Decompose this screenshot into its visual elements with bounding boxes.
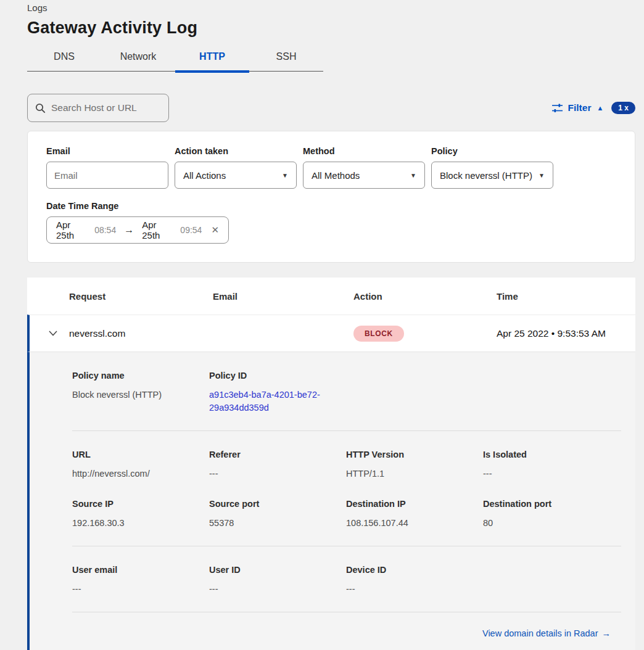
filter-panel: Email Action taken All Actions ▼ Method … (27, 131, 635, 263)
action-taken-select[interactable]: All Actions ▼ (175, 162, 297, 189)
filter-field-action-taken: Action taken All Actions ▼ (175, 146, 297, 189)
arrow-right-icon: → (123, 224, 135, 236)
chevron-down-icon: ▼ (410, 172, 416, 179)
search-box[interactable] (27, 94, 169, 122)
chevron-down-icon[interactable] (30, 331, 69, 336)
policy-section: Policy name Block neverssl (HTTP) Policy… (72, 352, 621, 430)
page-title: Gateway Activity Log (27, 19, 635, 38)
filter-field-method: Method All Methods ▼ (303, 146, 425, 189)
row-details-panel: Policy name Block neverssl (HTTP) Policy… (27, 352, 635, 650)
email-input[interactable] (46, 162, 168, 189)
detail-user-id: User ID --- (209, 565, 346, 596)
detail-is-isolated: Is Isolated --- (483, 450, 620, 480)
request-cell: neverssl.com (69, 328, 213, 339)
clear-date-icon[interactable]: ✕ (211, 224, 219, 236)
arrow-right-icon: → (602, 628, 611, 638)
tab-ssh[interactable]: SSH (249, 45, 323, 71)
email-label: Email (46, 146, 168, 156)
detail-policy-name: Policy name Block neverssl (HTTP) (72, 371, 209, 414)
detail-device-id: Device ID --- (346, 565, 483, 596)
filter-field-policy: Policy Block neverssl (HTTP) ▼ (431, 146, 553, 189)
table-row[interactable]: neverssl.com BLOCK Apr 25 2022 • 9:53:53… (27, 315, 635, 352)
filter-count-badge[interactable]: 1 x (611, 102, 635, 114)
breadcrumb[interactable]: Logs (27, 2, 635, 13)
http-section: URL http://neverssl.com/ Referer --- HTT… (72, 431, 621, 546)
column-header-action: Action (353, 291, 497, 302)
tab-http[interactable]: HTTP (175, 45, 249, 71)
date-time-range-label: Date Time Range (46, 201, 616, 211)
activity-table: Request Email Action Time neverssl.com B… (27, 278, 635, 650)
policy-select[interactable]: Block neverssl (HTTP) ▼ (431, 162, 553, 189)
policy-label: Policy (431, 146, 553, 156)
method-label: Method (303, 146, 425, 156)
time-cell: Apr 25 2022 • 9:53:53 AM (497, 328, 635, 339)
column-header-request: Request (69, 291, 213, 302)
user-section: User email --- User ID --- Device ID --- (72, 546, 621, 612)
detail-source-port: Source port 55378 (209, 499, 346, 530)
column-header-time: Time (497, 291, 635, 302)
search-icon (35, 103, 46, 113)
tab-dns[interactable]: DNS (27, 45, 101, 71)
action-taken-value: All Actions (183, 170, 226, 181)
tab-bar: DNS Network HTTP SSH (27, 45, 323, 72)
start-date: Apr 25th (56, 220, 88, 241)
detail-url: URL http://neverssl.com/ (72, 450, 209, 480)
end-time: 09:54 (180, 225, 202, 235)
policy-value: Block neverssl (HTTP) (440, 170, 532, 181)
detail-policy-id: Policy ID a91c3eb4-ba7a-4201-be72-29a934… (209, 371, 346, 414)
action-taken-label: Action taken (175, 146, 297, 156)
detail-destination-port: Destination port 80 (483, 499, 620, 530)
start-time: 08:54 (94, 225, 116, 235)
filter-label: Filter (568, 102, 592, 113)
tab-network[interactable]: Network (101, 45, 175, 71)
gateway-activity-log-page: Logs Gateway Activity Log DNS Network HT… (0, 0, 644, 650)
detail-destination-ip: Destination IP 108.156.107.44 (346, 499, 483, 530)
status-badge-block: BLOCK (353, 326, 404, 342)
detail-http-version: HTTP Version HTTP/1.1 (346, 450, 483, 480)
chevron-down-icon: ▼ (282, 172, 288, 179)
end-date: Apr 25th (142, 220, 173, 241)
toolbar: Filter ▲ 1 x (27, 94, 635, 122)
filter-field-email: Email (46, 146, 168, 189)
method-value: All Methods (312, 170, 360, 181)
column-header-email: Email (213, 291, 353, 302)
method-select[interactable]: All Methods ▼ (303, 162, 425, 189)
search-input[interactable] (51, 102, 161, 113)
chevron-down-icon: ▼ (539, 172, 545, 179)
filter-sliders-icon (552, 104, 563, 113)
table-header: Request Email Action Time (27, 278, 635, 315)
caret-up-icon: ▲ (597, 104, 603, 112)
filter-toggle[interactable]: Filter ▲ 1 x (552, 102, 635, 114)
detail-referer: Referer --- (209, 450, 346, 480)
view-domain-details-link[interactable]: View domain details in Radar → (482, 628, 611, 638)
detail-source-ip: Source IP 192.168.30.3 (72, 499, 209, 530)
date-range-picker[interactable]: Apr 25th 08:54 → Apr 25th 09:54 ✕ (46, 216, 229, 244)
policy-id-link[interactable]: a91c3eb4-ba7a-4201-be72-29a934dd359d (209, 389, 346, 414)
detail-user-email: User email --- (72, 565, 209, 596)
